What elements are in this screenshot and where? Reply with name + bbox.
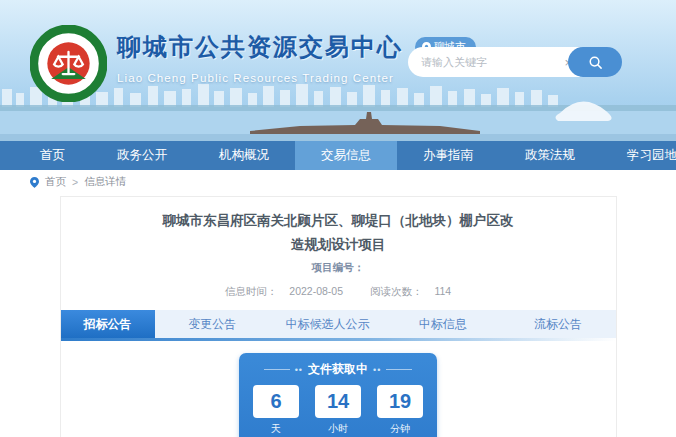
info-time: 信息时间：2022-08-05 — [219, 285, 349, 297]
search-input-wrap: × — [408, 47, 580, 77]
project-number-line: 项目编号： — [61, 261, 616, 275]
nav-item-learning[interactable]: 学习园地 — [601, 141, 676, 170]
site-title: 聊城市公共资源交易中心 — [117, 31, 403, 63]
nav-item-home[interactable]: 首页 — [14, 141, 91, 170]
breadcrumb-separator: > — [72, 176, 78, 188]
page: 聊城市公共资源交易中心 聊城市 Liao Cheng Public Resour… — [0, 0, 676, 437]
countdown-decor-line-left — [264, 369, 290, 370]
nav-item-service-guide[interactable]: 办事指南 — [397, 141, 499, 170]
countdown-hours-value: 14 — [315, 385, 361, 418]
countdown-days: 6 天 — [253, 385, 299, 436]
breadcrumb-pin-icon — [30, 177, 39, 188]
search-bar: × — [408, 47, 622, 77]
announcement-tabs: 招标公告 变更公告 中标候选人公示 中标信息 流标公告 — [61, 310, 616, 338]
nav-item-org-overview[interactable]: 机构概况 — [193, 141, 295, 170]
countdown-decor-line-right — [386, 369, 412, 370]
article-title: 聊城市东昌府区南关北顾片区、聊堤口（北地块）棚户区改造规划设计项目 — [158, 209, 518, 256]
countdown-minutes: 19 分钟 — [377, 385, 423, 436]
countdown-decor-dots-left: •• — [295, 365, 303, 375]
breadcrumb-home[interactable]: 首页 — [45, 175, 66, 189]
countdown-widget: •• 文件获取中 •• 6 天 14 小时 19 分钟 — [239, 353, 437, 437]
tab-winning-candidates[interactable]: 中标候选人公示 — [270, 310, 385, 338]
main-nav: 首页 政务公开 机构概况 交易信息 办事指南 政策法规 学习园地 — [0, 141, 676, 170]
site-logo — [30, 25, 107, 102]
tab-change-announcement[interactable]: 变更公告 — [155, 310, 270, 338]
search-button[interactable] — [568, 47, 622, 77]
countdown-days-value: 6 — [253, 385, 299, 418]
countdown-hours-label: 小时 — [328, 422, 348, 436]
breadcrumb-current: 信息详情 — [84, 175, 126, 189]
article-meta: 信息时间：2022-08-05 阅读次数：114 — [61, 285, 616, 310]
tab-tender-announcement[interactable]: 招标公告 — [61, 310, 155, 338]
nav-item-policies[interactable]: 政策法规 — [499, 141, 601, 170]
search-input[interactable] — [421, 56, 564, 68]
breadcrumb: 首页 > 信息详情 — [0, 170, 676, 194]
countdown-minutes-label: 分钟 — [390, 422, 410, 436]
nav-item-trade-info[interactable]: 交易信息 — [295, 141, 397, 170]
search-icon — [588, 55, 603, 70]
nav-item-gov-open[interactable]: 政务公开 — [91, 141, 193, 170]
countdown-minutes-value: 19 — [377, 385, 423, 418]
countdown-hours: 14 小时 — [315, 385, 361, 436]
read-count: 阅读次数：114 — [364, 285, 457, 297]
header-banner: 聊城市公共资源交易中心 聊城市 Liao Cheng Public Resour… — [0, 0, 676, 141]
tabs-underline — [61, 338, 616, 341]
tab-winning-info[interactable]: 中标信息 — [385, 310, 500, 338]
countdown-title: 文件获取中 — [308, 361, 368, 378]
tab-failed-bid[interactable]: 流标公告 — [500, 310, 615, 338]
detail-card: 聊城市东昌府区南关北顾片区、聊堤口（北地块）棚户区改造规划设计项目 项目编号： … — [60, 196, 617, 437]
countdown-decor-dots-right: •• — [373, 365, 381, 375]
countdown-days-label: 天 — [271, 422, 281, 436]
